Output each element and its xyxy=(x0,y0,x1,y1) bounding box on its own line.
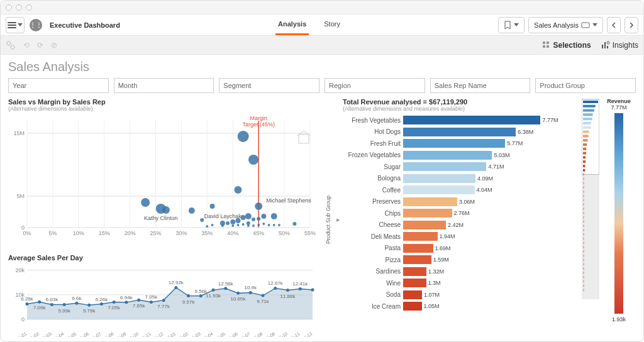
svg-point-96 xyxy=(87,304,91,307)
svg-point-124 xyxy=(262,294,265,297)
bookmark-button[interactable] xyxy=(498,17,525,33)
svg-rect-161 xyxy=(583,118,592,120)
svg-text:5M: 5M xyxy=(16,193,25,199)
bar-row[interactable]: Fresh Vegetables 7.77M xyxy=(343,114,579,126)
bar-label: Deli Meats xyxy=(343,233,403,240)
scatter-chart[interactable]: 05M15M0%5%10%15%20%25%30%35%40%45%50%55%… xyxy=(8,114,319,253)
bookmark-icon xyxy=(504,21,511,30)
sheet-selector-label: Sales Analysis xyxy=(534,21,579,29)
bar-row[interactable]: Hot Dogs 6.38M xyxy=(343,126,579,138)
bar-row[interactable]: Bologna 4.09M xyxy=(343,173,579,185)
svg-text:7.77k: 7.77k xyxy=(157,304,170,309)
svg-text:15-04: 15-04 xyxy=(53,331,65,337)
window-dot[interactable] xyxy=(6,4,12,11)
svg-text:16-12: 16-12 xyxy=(301,331,313,337)
filter-region[interactable]: Region xyxy=(325,78,425,93)
svg-text:12.67k: 12.67k xyxy=(268,280,284,286)
svg-text:0: 0 xyxy=(21,316,25,323)
bar-row[interactable]: Pasta 1.69M xyxy=(343,243,579,255)
bar-row[interactable]: Fresh Fruit 5.77M xyxy=(343,138,579,150)
bar-row[interactable]: Sardines 1.32M xyxy=(343,266,579,278)
svg-point-42 xyxy=(141,198,150,207)
svg-point-47 xyxy=(206,225,208,228)
app-logo-icon: ⋮⋮ xyxy=(30,19,42,31)
bar-row[interactable]: Pizza 1.59M xyxy=(343,254,579,266)
svg-point-71 xyxy=(262,223,265,225)
svg-text:45%: 45% xyxy=(253,230,264,236)
bar-row[interactable]: Chips 2.76M xyxy=(343,207,579,219)
insights-tool[interactable]: Insights xyxy=(601,41,638,50)
chevron-down-icon xyxy=(18,23,23,26)
window-dot[interactable] xyxy=(26,4,32,11)
svg-point-46 xyxy=(200,218,204,222)
bar-row[interactable]: Wine 1.3M xyxy=(343,277,579,289)
svg-point-104 xyxy=(137,299,140,302)
next-sheet-button[interactable] xyxy=(625,17,638,33)
svg-text:16-07: 16-07 xyxy=(239,331,251,337)
legend-title: Revenue xyxy=(607,98,631,104)
filter-product-group[interactable]: Product Group xyxy=(535,78,636,93)
svg-text:15-08: 15-08 xyxy=(103,331,114,337)
svg-point-108 xyxy=(162,299,165,302)
bar-row[interactable]: Deli Meats 1.94M xyxy=(343,231,579,243)
svg-text:16-10: 16-10 xyxy=(276,331,288,337)
svg-point-73 xyxy=(271,213,277,219)
filter-month[interactable]: Month xyxy=(114,78,214,93)
smart-search-button[interactable] xyxy=(6,40,16,50)
minimap[interactable] xyxy=(582,98,599,341)
bar-label: Hot Dogs xyxy=(343,128,403,135)
svg-point-106 xyxy=(150,301,153,304)
window-dot[interactable] xyxy=(16,4,22,11)
menu-button[interactable] xyxy=(6,17,25,33)
bar-label: Fresh Fruit xyxy=(343,140,403,147)
svg-text:15-03: 15-03 xyxy=(40,331,52,337)
svg-rect-172 xyxy=(583,165,585,167)
svg-point-114 xyxy=(199,294,203,297)
step-back-button[interactable]: ⟲ xyxy=(23,41,30,50)
bar-row[interactable]: Frozen Vegetables 5.03M xyxy=(343,150,579,162)
step-forward-button[interactable]: ⟳ xyxy=(37,41,43,50)
svg-text:15-02: 15-02 xyxy=(28,331,40,337)
filter-sales-rep-name[interactable]: Sales Rep Name xyxy=(430,78,531,93)
bar-row[interactable]: Sugar 4.71M xyxy=(343,161,579,173)
bar-value: 6.38M xyxy=(518,129,533,135)
svg-text:15-12: 15-12 xyxy=(152,331,164,337)
svg-text:15%: 15% xyxy=(99,230,110,236)
filter-segment[interactable]: Segment xyxy=(219,78,319,93)
filter-year[interactable]: Year xyxy=(8,78,109,93)
selections-tool[interactable]: Selections xyxy=(542,41,591,50)
svg-point-61 xyxy=(245,213,252,219)
insight-icon xyxy=(601,41,610,50)
clear-button[interactable]: ⊘ xyxy=(51,41,57,50)
sheet-selector[interactable]: Sales Analysis xyxy=(528,17,603,33)
svg-point-92 xyxy=(63,303,66,306)
svg-rect-164 xyxy=(583,131,589,133)
svg-rect-159 xyxy=(583,109,594,112)
tab-story[interactable]: Story xyxy=(321,14,343,35)
svg-text:15-11: 15-11 xyxy=(140,331,152,337)
legend-min: 1.93k xyxy=(612,316,626,323)
bar-row[interactable]: Ice Cream 1.05M xyxy=(343,301,579,312)
svg-rect-3 xyxy=(543,41,545,44)
prev-sheet-button[interactable] xyxy=(607,17,621,33)
svg-point-65 xyxy=(252,218,255,221)
bar-label: Sugar xyxy=(343,163,403,170)
bar-label: Coffee xyxy=(343,187,403,194)
bar-subtitle: (Alternative dimensions and measures ava… xyxy=(343,106,579,112)
bar-row[interactable]: Cheese 2.42M xyxy=(343,219,579,231)
bar-value: 4.04M xyxy=(477,187,492,193)
bar-row[interactable]: Soda 1.07M xyxy=(343,289,579,301)
bar-value: 2.42M xyxy=(448,222,464,228)
bar-label: Preserves xyxy=(343,198,403,205)
svg-point-55 xyxy=(234,186,242,194)
line-chart[interactable]: 010k20k6.28k7.09k6.03k5.99k6.6k5.79k6.26… xyxy=(8,262,319,337)
bar-row[interactable]: Coffee 4.04M xyxy=(343,184,579,196)
bar-chart[interactable]: Fresh Vegetables 7.77MHot Dogs 6.38MFres… xyxy=(343,114,579,341)
svg-text:9.57k: 9.57k xyxy=(182,299,196,305)
grid-icon xyxy=(542,41,551,50)
tab-analysis[interactable]: Analysis xyxy=(275,14,309,35)
bar-row[interactable]: Preserves 3.06M xyxy=(343,196,579,208)
svg-text:10.65k: 10.65k xyxy=(231,296,247,302)
expand-icon[interactable]: ▸ xyxy=(336,216,340,224)
svg-text:Margin: Margin xyxy=(250,115,267,121)
